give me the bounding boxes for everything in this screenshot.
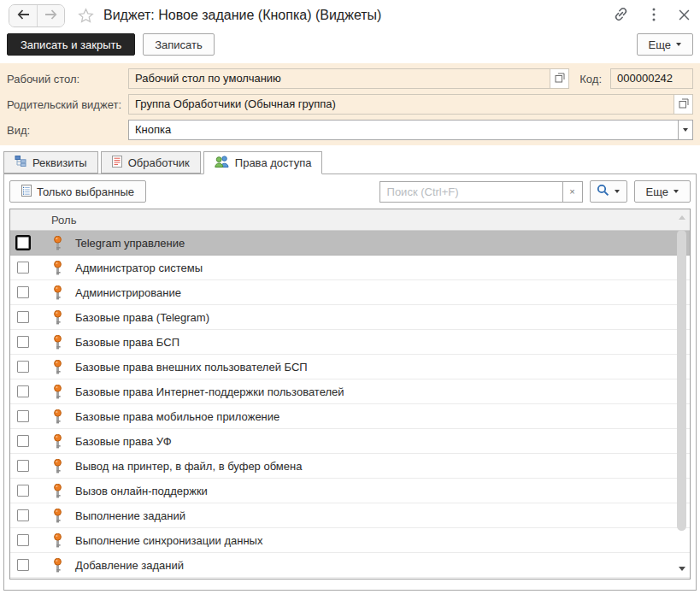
search-options-button[interactable]	[590, 180, 627, 203]
scroll-down-icon[interactable]	[679, 567, 685, 571]
role-name: Базовые права мобильное приложение	[75, 410, 279, 423]
role-checkbox-cell	[10, 460, 36, 472]
only-selected-label: Только выбранные	[37, 185, 134, 198]
more-button-label: Еще	[646, 185, 668, 198]
role-checkbox[interactable]	[17, 237, 29, 249]
window-menu-button[interactable]	[652, 8, 656, 24]
close-icon: ×	[569, 186, 574, 197]
parent-widget-field[interactable]: Группа Обработчики (Обычная группа)	[128, 94, 674, 115]
role-checkbox-cell	[10, 485, 36, 497]
role-name: Вызов онлайн-поддержки	[75, 485, 208, 497]
kebab-menu-icon	[652, 8, 656, 24]
role-row[interactable]: Администрирование	[10, 280, 690, 305]
tab-handler[interactable]: Обработчик	[101, 151, 201, 174]
role-row[interactable]: Выполнение синхронизации данных	[10, 528, 690, 553]
role-name: Администрирование	[75, 286, 181, 299]
favorite-star-icon[interactable]	[77, 7, 95, 25]
role-name: Администратор системы	[75, 262, 203, 274]
back-button[interactable]	[9, 5, 37, 26]
role-row[interactable]: Базовые права мобильное приложение	[10, 404, 690, 429]
get-link-button[interactable]	[613, 6, 629, 25]
role-row[interactable]: Базовые права (Telegram)	[10, 305, 690, 330]
role-checkbox[interactable]	[17, 435, 29, 447]
desktop-field[interactable]: Рабочий стол по умолчанию	[128, 68, 550, 89]
role-key-icon	[48, 285, 67, 300]
roles-table-header: Роль	[10, 209, 690, 231]
role-checkbox-cell	[10, 286, 36, 298]
only-selected-button[interactable]: Только выбранные	[9, 180, 146, 203]
form-row-parent-widget: Родительский виджет: Группа Обработчики …	[7, 94, 693, 115]
search-clear-button[interactable]: ×	[562, 182, 582, 202]
role-checkbox-cell	[10, 509, 36, 521]
role-row[interactable]: Выполнение заданий	[10, 503, 690, 528]
search-icon	[597, 184, 609, 199]
scrollbar-thumb[interactable]	[677, 230, 686, 531]
role-checkbox-cell	[10, 262, 36, 274]
role-row[interactable]: Вывод на принтер, в файл, в буфер обмена	[10, 454, 690, 479]
chevron-down-icon	[676, 43, 681, 46]
parent-widget-choose-button[interactable]	[674, 94, 693, 115]
widget-edit-window: Виджет: Новое задание (Кнопка) (Виджеты)…	[0, 0, 700, 600]
role-row[interactable]: Базовые права Интернет-поддержки пользов…	[10, 379, 690, 404]
role-key-icon	[48, 533, 67, 548]
role-checkbox[interactable]	[17, 410, 29, 422]
vertical-scrollbar	[675, 210, 688, 578]
role-row[interactable]: Базовые права внешних пользователей БСП	[10, 355, 690, 379]
more-button-list[interactable]: Еще	[634, 180, 691, 203]
role-checkbox[interactable]	[17, 485, 29, 497]
role-row[interactable]: Базовые права УФ	[10, 429, 690, 454]
role-key-icon	[48, 459, 67, 474]
code-field[interactable]: 000000242	[610, 68, 693, 89]
tab-access-rights[interactable]: Права доступа	[203, 151, 323, 174]
scroll-up-icon[interactable]	[679, 215, 685, 220]
close-icon	[679, 9, 690, 23]
role-checkbox[interactable]	[17, 534, 29, 546]
role-key-icon	[48, 509, 67, 523]
more-button-top[interactable]: Еще	[637, 33, 693, 56]
role-checkbox[interactable]	[17, 559, 29, 571]
role-key-icon	[48, 335, 67, 350]
desktop-choose-button[interactable]	[550, 68, 569, 89]
role-checkbox[interactable]	[17, 385, 29, 397]
role-row[interactable]: Добавление заданий	[10, 553, 690, 578]
role-key-icon	[48, 385, 67, 399]
page-title: Виджет: Новое задание (Кнопка) (Виджеты)	[103, 8, 381, 23]
save-button[interactable]: Записать	[143, 33, 215, 56]
save-and-close-button[interactable]: Записать и закрыть	[7, 33, 135, 56]
role-name: Выполнение заданий	[75, 509, 185, 522]
search-input[interactable]	[380, 182, 562, 202]
role-row[interactable]: Администратор системы	[10, 256, 690, 280]
tab-attributes[interactable]: Реквизиты	[3, 151, 98, 174]
role-name: Добавление заданий	[75, 559, 184, 572]
role-checkbox-cell	[10, 410, 36, 422]
kind-dropdown-button[interactable]	[678, 120, 693, 140]
role-checkbox-cell	[10, 336, 36, 348]
role-row[interactable]: Telegram управление	[10, 231, 690, 256]
role-checkbox[interactable]	[17, 311, 29, 323]
close-button[interactable]	[679, 9, 690, 23]
link-icon	[613, 6, 629, 25]
role-row[interactable]: Базовые права БСП	[10, 330, 690, 355]
forward-button[interactable]	[37, 5, 64, 26]
role-key-icon	[48, 484, 67, 498]
role-checkbox[interactable]	[17, 262, 29, 274]
list-toolbar: Только выбранные × Еще	[4, 174, 696, 209]
parent-widget-label: Родительский виджет:	[7, 98, 128, 111]
desktop-label: Рабочий стол:	[7, 73, 128, 85]
role-name: Базовые права УФ	[75, 435, 172, 448]
document-icon	[112, 156, 122, 170]
role-row[interactable]: Вызов онлайн-поддержки	[10, 479, 690, 503]
kind-field[interactable]: Кнопка	[128, 120, 678, 140]
role-key-icon	[48, 236, 67, 250]
role-checkbox[interactable]	[17, 361, 29, 373]
role-checkbox-cell	[10, 385, 36, 397]
role-name: Telegram управление	[75, 237, 185, 250]
role-checkbox[interactable]	[17, 286, 29, 298]
role-checkbox-cell	[10, 311, 36, 323]
access-rights-panel: Только выбранные × Еще Рол	[3, 174, 697, 591]
role-key-icon	[48, 409, 67, 424]
role-key-icon	[48, 310, 67, 325]
role-checkbox[interactable]	[17, 509, 29, 521]
role-checkbox[interactable]	[17, 336, 29, 348]
role-checkbox[interactable]	[17, 460, 29, 472]
